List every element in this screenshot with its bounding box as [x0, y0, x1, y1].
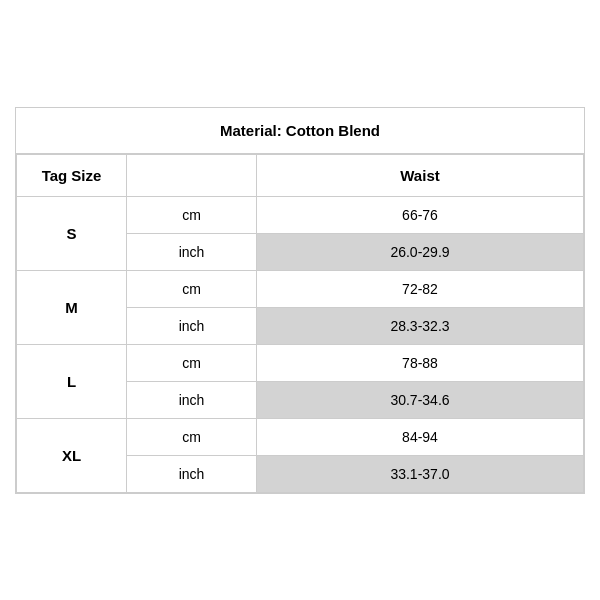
unit-cell: inch [127, 455, 257, 492]
unit-cell: inch [127, 233, 257, 270]
size-table: Tag Size Waist Scm66-76inch26.0-29.9Mcm7… [16, 154, 584, 493]
waist-value-cell: 84-94 [257, 418, 584, 455]
unit-cell: cm [127, 418, 257, 455]
table-row: Lcm78-88 [17, 344, 584, 381]
tag-size-cell: XL [17, 418, 127, 492]
unit-cell: cm [127, 270, 257, 307]
header-waist: Waist [257, 154, 584, 196]
waist-value-cell: 33.1-37.0 [257, 455, 584, 492]
unit-cell: cm [127, 344, 257, 381]
unit-cell: inch [127, 307, 257, 344]
chart-title: Material: Cotton Blend [16, 108, 584, 154]
tag-size-cell: M [17, 270, 127, 344]
table-row: Mcm72-82 [17, 270, 584, 307]
tag-size-cell: L [17, 344, 127, 418]
table-row: XLcm84-94 [17, 418, 584, 455]
table-header: Tag Size Waist [17, 154, 584, 196]
unit-cell: inch [127, 381, 257, 418]
waist-value-cell: 78-88 [257, 344, 584, 381]
waist-value-cell: 72-82 [257, 270, 584, 307]
header-unit [127, 154, 257, 196]
header-tag-size: Tag Size [17, 154, 127, 196]
waist-value-cell: 30.7-34.6 [257, 381, 584, 418]
size-chart-container: Material: Cotton Blend Tag Size Waist Sc… [15, 107, 585, 494]
unit-cell: cm [127, 196, 257, 233]
table-row: Scm66-76 [17, 196, 584, 233]
waist-value-cell: 66-76 [257, 196, 584, 233]
waist-value-cell: 28.3-32.3 [257, 307, 584, 344]
tag-size-cell: S [17, 196, 127, 270]
waist-value-cell: 26.0-29.9 [257, 233, 584, 270]
